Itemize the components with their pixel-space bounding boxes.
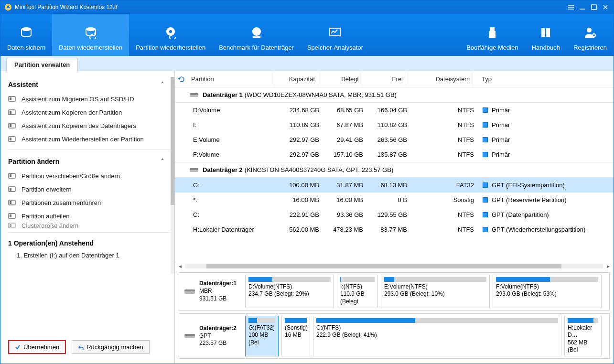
toolbar-bootmedia[interactable]: Bootfähige Medien [460, 14, 525, 56]
sidebar-item[interactable]: Partition verschieben/Größe ändern [8, 169, 172, 182]
toolbar-analyzer[interactable]: Speicher-Analysator [301, 14, 370, 56]
partition-row[interactable]: H:Lokaler Datenträger562.00 MB478.23 MB8… [175, 222, 614, 237]
refresh-icon [178, 75, 185, 83]
toolbar-restore[interactable]: Daten wiederherstellen [52, 14, 129, 56]
diskmap-partition[interactable]: E:Volume(NTFS)293.0 GB (Belegt: 10%) [381, 275, 490, 308]
refresh-button[interactable] [175, 75, 188, 83]
svg-rect-7 [253, 36, 260, 38]
cell-fs: Sonstig [407, 196, 474, 203]
toolbar-manual[interactable]: Handbuch [525, 14, 567, 56]
diskmap-sub: 16 MB [285, 332, 307, 339]
cell-free: 166.04 GB [363, 107, 407, 114]
cell-capacity: 100.00 MB [275, 182, 319, 189]
cell-type: GPT (EFI-Systempartition) [474, 182, 614, 189]
window-title: MiniTool Partition Wizard Kostenlos 12.8 [15, 4, 564, 11]
partition-row[interactable]: *:16.00 MB16.00 MB0 BSonstigGPT (Reservi… [175, 193, 614, 207]
diskmap-partition[interactable]: G:(FAT32)100 MB (Bel [245, 316, 279, 356]
apply-button[interactable]: Übernehmen [8, 340, 66, 354]
diskmap-partition[interactable]: H:Lokaler D…562 MB (Bel [564, 316, 602, 356]
cell-partition: C: [189, 211, 275, 218]
benchmark-icon [250, 26, 263, 39]
scroll-left-icon[interactable]: ◄ [177, 264, 183, 269]
type-chip-icon [483, 182, 488, 188]
sidebar-item[interactable]: Partition erweitern [8, 182, 172, 196]
action-icon [8, 185, 17, 193]
diskmap-partition[interactable]: D:Volume(NTFS)234.7 GB (Belegt: 29%) [245, 275, 334, 308]
diskmap-partition[interactable]: F:Volume(NTFS)293.0 GB (Belegt: 53%) [493, 275, 602, 308]
minimize-button[interactable] [578, 3, 587, 11]
sidebar-item-label: Assistent zum Kopieren der Partition [22, 109, 122, 116]
cell-capacity: 110.89 GB [275, 121, 319, 128]
sidebar-item-label: Partition erweitern [22, 186, 72, 193]
svg-point-6 [252, 27, 261, 36]
cell-type: Primär [474, 136, 614, 143]
maximize-button[interactable] [590, 3, 598, 11]
table-hscroll[interactable]: ◄ ► [175, 262, 614, 270]
toolbar-register[interactable]: Registrieren [567, 14, 614, 56]
chevron-up-icon: ˄ [161, 158, 164, 165]
partition-row[interactable]: D:Volume234.68 GB68.65 GB166.04 GBNTFSPr… [175, 103, 614, 118]
diskmap-sub: 110.9 GB (Belegt [340, 290, 375, 305]
sidebar-item[interactable]: Partitionen zusammenführen [8, 196, 172, 209]
toolbar-backup[interactable]: Daten sichern [0, 14, 52, 56]
sidebar-item[interactable]: Partition aufteilen [8, 209, 172, 223]
undo-button[interactable]: Rückgängig machen [72, 340, 150, 354]
diskmap-row-1: Datenträger:1 MBR 931.51 GB D:Volume(NTF… [179, 272, 610, 310]
diskmap-label: C:(NTFS) [316, 324, 558, 332]
section-assistent[interactable]: Assistent ˄ [8, 77, 172, 92]
sidebar-item[interactable]: Assistent zum Wiederherstellen der Parti… [8, 132, 172, 146]
partition-row[interactable]: C:222.91 GB93.36 GB129.55 GBNTFSGPT (Dat… [175, 207, 614, 222]
menu-button[interactable] [567, 3, 575, 11]
partition-row[interactable]: E:Volume292.97 GB29.41 GB263.56 GBNTFSPr… [175, 132, 614, 147]
scroll-right-icon[interactable]: ► [605, 264, 612, 269]
disk-header-1[interactable]: Datenträger 1 (WDC WD10EZEX-08WN4A0 SATA… [175, 87, 614, 103]
sidebar-item[interactable]: Clustergröße ändern [8, 223, 172, 228]
toolbar-benchmark[interactable]: Benchmark für Datenträger [212, 14, 301, 56]
close-button[interactable] [601, 3, 610, 11]
partition-row[interactable]: G:100.00 MB31.87 MB68.13 MBFAT32GPT (EFI… [175, 178, 614, 193]
partition-row[interactable]: F:Volume292.97 GB157.10 GB135.87 GBNTFSP… [175, 147, 614, 162]
svg-rect-30 [10, 224, 11, 227]
restore-icon [84, 26, 97, 39]
svg-rect-1 [592, 5, 596, 10]
svg-rect-18 [10, 124, 11, 127]
toolbar-partition-restore[interactable]: Partition wiederherstellen [129, 14, 212, 56]
type-chip-icon [483, 197, 488, 203]
svg-point-2 [22, 27, 31, 31]
diskmap-disk-2[interactable]: Datenträger:2 GPT 223.57 GB [181, 316, 242, 356]
diskmap-partition[interactable]: C:(NTFS)222.9 GB (Belegt: 41%) [313, 316, 561, 356]
toolbar-label: Bootfähige Medien [466, 44, 518, 51]
toolbar-label: Registrieren [573, 44, 607, 51]
col-partition[interactable]: Partition [188, 72, 274, 86]
diskmap-label: I:(NTFS) [340, 283, 375, 291]
diskmap-partition[interactable]: (Sonstig)16 MB [281, 316, 310, 356]
cell-partition: D:Volume [189, 107, 275, 114]
sidebar-item[interactable]: Assistent zum Kopieren der Partition [8, 106, 172, 119]
section-change[interactable]: Partition ändern ˄ [8, 154, 172, 169]
undo-icon [78, 344, 84, 350]
col-fs[interactable]: Dateisystem [406, 72, 473, 86]
col-used[interactable]: Belegt [318, 72, 362, 86]
sidebar-item-label: Assistent zum Kopieren des Datenträgers [22, 122, 136, 129]
svg-rect-24 [10, 188, 11, 191]
toolbar-label: Daten wiederherstellen [59, 44, 122, 51]
app-logo-icon [4, 3, 12, 11]
chevron-up-icon: ˄ [161, 81, 164, 88]
pending-operation[interactable]: 1. Erstellen (I:) auf den Datenträger 1 [8, 250, 172, 261]
partition-row[interactable]: I:110.89 GB67.87 MB110.82 GBNTFSPrimär [175, 118, 614, 132]
disk-header-2[interactable]: Datenträger 2 (KINGSTON SA400S37240G SAT… [175, 162, 614, 178]
col-type[interactable]: Typ [473, 72, 614, 86]
diskmap-partition[interactable]: I:(NTFS)110.9 GB (Belegt [337, 275, 378, 308]
col-capacity[interactable]: Kapazität [274, 72, 318, 86]
sidebar-scrollbar[interactable] [171, 77, 174, 274]
tab-manage-partition[interactable]: Partition verwalten [6, 58, 78, 71]
diskmap-disk-1[interactable]: Datenträger:1 MBR 931.51 GB [181, 275, 242, 308]
col-free[interactable]: Frei [362, 72, 406, 86]
check-icon [15, 344, 21, 350]
sidebar-item[interactable]: Assistent zum Migrieren OS auf SSD/HD [8, 92, 172, 106]
sidebar-item[interactable]: Assistent zum Kopieren des Datenträgers [8, 119, 172, 132]
diskmap-sub: 562 MB (Bel [568, 339, 598, 354]
cell-used: 67.87 MB [319, 121, 363, 128]
svg-rect-10 [489, 31, 496, 38]
type-chip-icon [483, 107, 488, 113]
